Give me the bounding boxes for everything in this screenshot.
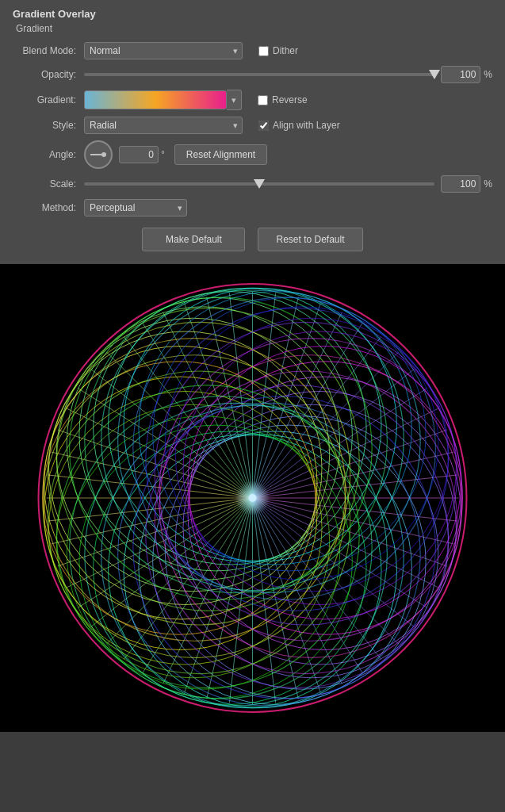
opacity-label: Opacity: — [13, 69, 84, 80]
opacity-slider-track[interactable] — [84, 73, 434, 76]
opacity-row: Opacity: % — [13, 66, 492, 83]
method-select-wrapper: Perceptual Linear Classic — [84, 199, 187, 216]
blend-mode-row: Blend Mode: Normal Dissolve Multiply Scr… — [13, 42, 492, 59]
dither-label: Dither — [273, 45, 298, 56]
dither-group: Dither — [258, 45, 298, 56]
scale-slider-wrap: % — [84, 175, 492, 193]
style-select-wrapper: Linear Radial Angle Reflected Diamond — [84, 117, 243, 134]
gradient-dropdown-btn[interactable]: ▾ — [227, 90, 242, 110]
spiral-artwork — [0, 264, 505, 732]
reverse-label: Reverse — [272, 94, 308, 105]
opacity-input[interactable] — [441, 66, 480, 83]
make-default-btn[interactable]: Make Default — [142, 228, 245, 251]
dither-checkbox[interactable] — [258, 46, 269, 56]
scale-slider-thumb[interactable] — [254, 179, 265, 189]
svg-point-111 — [249, 494, 257, 502]
gradient-swatch[interactable] — [84, 90, 227, 109]
method-row: Method: Perceptual Linear Classic — [13, 199, 492, 216]
angle-row: Angle: ° Reset Alignment — [13, 140, 492, 169]
reverse-checkbox[interactable] — [258, 95, 268, 105]
opacity-slider-wrap: % — [84, 66, 492, 83]
section-title: Gradient — [13, 23, 492, 34]
angle-label: Angle: — [13, 149, 84, 160]
blend-mode-select-wrapper: Normal Dissolve Multiply Screen Overlay … — [84, 42, 243, 59]
align-with-layer-label: Align with Layer — [273, 120, 340, 131]
method-label: Method: — [13, 202, 84, 213]
panel-title: Gradient Overlay — [13, 8, 492, 20]
blend-mode-label: Blend Mode: — [13, 45, 84, 56]
blend-mode-select[interactable]: Normal Dissolve Multiply Screen Overlay … — [84, 42, 243, 59]
opacity-slider-thumb[interactable] — [429, 70, 440, 79]
align-with-layer-group: Align with Layer — [258, 120, 340, 131]
angle-line — [90, 154, 101, 155]
gradient-row: Gradient: ▾ Reverse — [13, 90, 492, 110]
style-row: Style: Linear Radial Angle Reflected Dia… — [13, 117, 492, 134]
reset-alignment-btn[interactable]: Reset Alignment — [174, 144, 267, 165]
method-select[interactable]: Perceptual Linear Classic — [84, 199, 187, 216]
reset-to-default-btn[interactable]: Reset to Default — [258, 228, 362, 251]
angle-input[interactable] — [119, 146, 159, 163]
angle-dial[interactable] — [84, 140, 113, 169]
scale-slider-track[interactable] — [84, 182, 434, 186]
scale-row: Scale: % — [13, 175, 492, 193]
canvas-panel — [0, 264, 505, 732]
scale-unit: % — [484, 178, 492, 190]
gradient-swatch-container: ▾ — [84, 90, 242, 110]
bottom-buttons: Make Default Reset to Default — [13, 228, 492, 251]
align-with-layer-checkbox[interactable] — [258, 121, 269, 131]
reverse-group: Reverse — [258, 94, 308, 105]
style-select[interactable]: Linear Radial Angle Reflected Diamond — [84, 117, 243, 134]
scale-input[interactable] — [441, 175, 480, 193]
scale-label: Scale: — [13, 178, 84, 190]
angle-unit: ° — [161, 149, 165, 160]
style-label: Style: — [13, 120, 84, 131]
angle-dot — [101, 152, 106, 157]
opacity-unit: % — [484, 69, 492, 80]
gradient-overlay-panel: Gradient Overlay Gradient Blend Mode: No… — [0, 0, 505, 264]
gradient-label: Gradient: — [13, 94, 84, 105]
